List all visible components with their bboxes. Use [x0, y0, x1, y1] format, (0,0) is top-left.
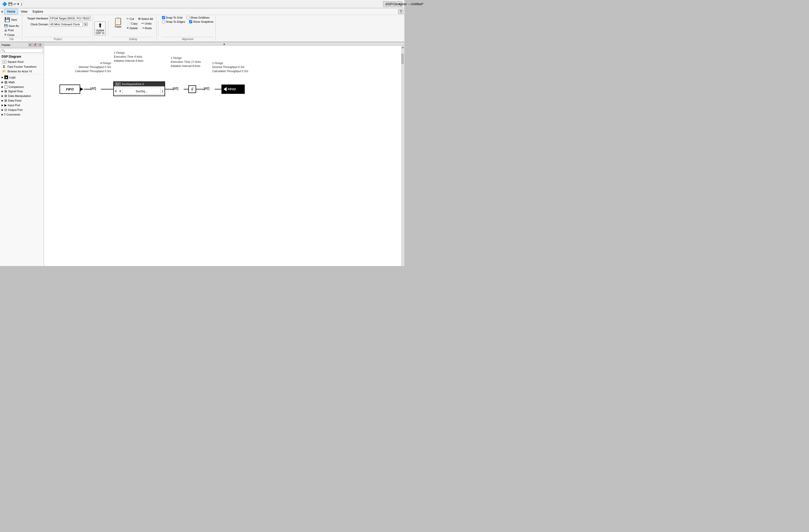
palette-group-output-port[interactable]: ▶ ⊡ Output Port — [0, 108, 44, 112]
menu-bar: ≡ Home View Explore ? — [0, 8, 404, 15]
select-all-label: Select All — [141, 17, 153, 20]
math-icon: ⊞ — [4, 80, 7, 84]
select-all-button[interactable]: ⊞ Select All — [137, 17, 154, 21]
palette-close-pin[interactable]: 📌 — [32, 43, 37, 47]
menu-item-explore[interactable]: Explore — [30, 9, 46, 14]
comparison-arrow-icon: ▶ — [2, 86, 3, 88]
palette-group-comparison[interactable]: ▶ Comparison — [0, 85, 44, 89]
app-icon: 🔷 — [2, 2, 7, 6]
show-gridlines-text: Show Gridlines — [190, 16, 210, 19]
palette-group-math[interactable]: ▶ ⊞ Math — [0, 79, 44, 85]
help-icon[interactable]: ? — [398, 9, 403, 14]
cut-label: Cut — [130, 17, 134, 20]
palette-group-data-manipulation[interactable]: ▶ ⊞ Data Manipulation — [0, 93, 44, 98]
title-bar: 🔷 💾 ↩ ▾ | DSP Designer – Untitled* — □ ✕ — [0, 0, 404, 8]
delete-button[interactable]: ✕ Delete — [125, 26, 139, 30]
fifo2-block[interactable]: FIFO2 — [222, 85, 245, 94]
actor-middle-label: SumSq... — [123, 90, 161, 93]
palette-group-data-ports[interactable]: ▶ ⊞ Data Ports — [0, 98, 44, 103]
update-dsp-button[interactable]: ⬆ UpdateDSP VI — [94, 21, 106, 35]
target-hw-label: Target Hardware — [25, 17, 48, 20]
snap-to-edges-checkbox[interactable] — [162, 20, 165, 23]
title-bar-left: 🔷 💾 ↩ ▾ | — [2, 2, 22, 6]
select-all-icon: ⊞ — [138, 17, 140, 20]
save-label: Save — [11, 18, 17, 21]
canvas[interactable]: 4 Firings Desired Throughput 0 S/s Calcu… — [44, 46, 401, 266]
wire3b — [215, 89, 222, 89]
snap-to-edges-text: Snap To Edges — [166, 20, 185, 23]
target-hardware-row: Target Hardware — [25, 16, 90, 21]
fifo1-annotation: 4 Firings Desired Throughput 0 S/s Calcu… — [75, 61, 111, 73]
sqrt-annotation-exec: Execution Time 17 ticks — [171, 60, 201, 64]
menu-item-view[interactable]: View — [18, 9, 30, 14]
editing-row-3: ✕ Delete ↪ Redo — [125, 26, 154, 30]
sqrt-block[interactable]: √ — [188, 85, 196, 93]
palette-dock-button[interactable]: ▾ — [29, 43, 32, 47]
ribbon-group-alignment: Snap To Grid Show Gridlines Snap To Edge… — [160, 16, 216, 41]
snap-to-grid-text: Snap To Grid — [166, 16, 183, 19]
print-button[interactable]: 🖨 Print — [3, 28, 20, 32]
ribbon-group-project: Target Hardware Clock Domain ▾ Project — [23, 16, 93, 41]
ribbon-sep-1 — [108, 21, 108, 36]
clock-domain-dropdown[interactable]: ▾ — [84, 22, 88, 26]
fifo1-annotation-desired: Desired Throughput 0 S/s — [75, 65, 111, 69]
paste-label: Paste — [115, 25, 121, 28]
palette-group-logic[interactable]: ▶ ■ Logic — [0, 75, 44, 79]
palette-close-button[interactable]: ✕ — [38, 43, 42, 47]
palette-group-input-port[interactable]: ▶ ▶ Input Port — [0, 103, 44, 108]
save-as-button[interactable]: 💾 Save As — [3, 23, 20, 28]
palette-group-signal-flow-label: Signal Flow — [8, 90, 23, 93]
show-snaplines-label[interactable]: Show Snaplines — [189, 20, 213, 23]
snap-to-grid-label[interactable]: Snap To Grid — [162, 16, 183, 19]
vertical-scrollbar[interactable]: ▲ — [401, 46, 404, 266]
quick-access-undo[interactable]: ↩ — [14, 2, 16, 6]
ribbon-group-file: 💾 Save 💾 Save As 🖨 Print ✕ Close File — [1, 16, 22, 41]
palette-group-data-manipulation-label: Data Manipulation — [8, 94, 31, 97]
comments-icon: ! — [4, 113, 5, 116]
palette-group-input-port-label: Input Port — [8, 104, 20, 107]
fifo1-annotation-firings: 4 Firings — [75, 61, 111, 65]
fifo1-block[interactable]: FIFO — [59, 85, 80, 94]
copy-icon: 📄 — [126, 22, 130, 25]
target-hw-input[interactable] — [49, 16, 90, 21]
show-snaplines-checkbox[interactable] — [189, 20, 192, 23]
save-button[interactable]: 💾 Save — [3, 16, 19, 23]
palette-content: DSP Diagram √ Square Root Σ Fast Fourier… — [0, 54, 44, 266]
menu-item-home[interactable]: Home — [4, 9, 18, 15]
fft-icon: Σ — [2, 65, 6, 69]
undo-button[interactable]: ↩ Undo — [140, 21, 152, 25]
redo-button[interactable]: ↪ Redo — [141, 26, 153, 30]
palette-group-comments[interactable]: ▶ ! Comments — [0, 112, 44, 117]
palette-group-data-ports-label: Data Ports — [8, 99, 21, 102]
snap-to-edges-label[interactable]: Snap To Edges — [162, 20, 185, 23]
copy-button[interactable]: 📄 Copy — [125, 21, 139, 25]
palette-item-fft[interactable]: Σ Fast Fourier Transform — [0, 64, 44, 69]
show-gridlines-checkbox[interactable] — [187, 16, 190, 19]
scroll-up-btn[interactable]: ▲ — [401, 46, 404, 49]
close-button-file[interactable]: ✕ Close — [3, 33, 20, 37]
palette-item-browse[interactable]: 📂 Browse for Actor VI — [0, 69, 44, 74]
quick-access-menu[interactable]: ▾ — [17, 2, 19, 6]
clock-domain-input[interactable] — [49, 22, 83, 26]
palette-search-input[interactable] — [1, 49, 43, 53]
canvas-scroll-top[interactable]: ▲ — [44, 42, 404, 46]
actor-block[interactable]: Σx² SumSquareActor.vi 4 X SumSq... 1 — [113, 82, 165, 96]
delete-icon: ✕ — [126, 26, 129, 30]
v-scrollbar-thumb[interactable] — [401, 54, 403, 64]
palette-item-square-root[interactable]: √ Square Root — [0, 59, 44, 64]
wire3-bracket: [42] — [204, 87, 209, 90]
quick-access-save[interactable]: 💾 — [8, 2, 13, 6]
snap-to-grid-checkbox[interactable] — [162, 16, 165, 19]
wire2-bracket: [42] — [173, 87, 178, 90]
menu-icon: ≡ — [1, 10, 3, 14]
cut-button[interactable]: ✂ Cut — [125, 17, 135, 21]
palette-group-signal-flow[interactable]: ▶ ⊠ Signal Flow — [0, 89, 44, 93]
paste-button[interactable]: 📋 Paste — [112, 16, 124, 30]
scroll-up-icon: ▲ — [223, 43, 225, 45]
actor-annotation-firings: 1 Firings — [114, 51, 143, 55]
update-dsp-section: ⬆ UpdateDSP VI — [93, 16, 107, 41]
print-icon: 🖨 — [4, 29, 7, 32]
show-gridlines-label[interactable]: Show Gridlines — [187, 16, 210, 19]
window-title: DSP Designer – Untitled* — [386, 2, 404, 6]
actor-annotation-init: Initiation Interval 4 ticks — [114, 59, 143, 63]
